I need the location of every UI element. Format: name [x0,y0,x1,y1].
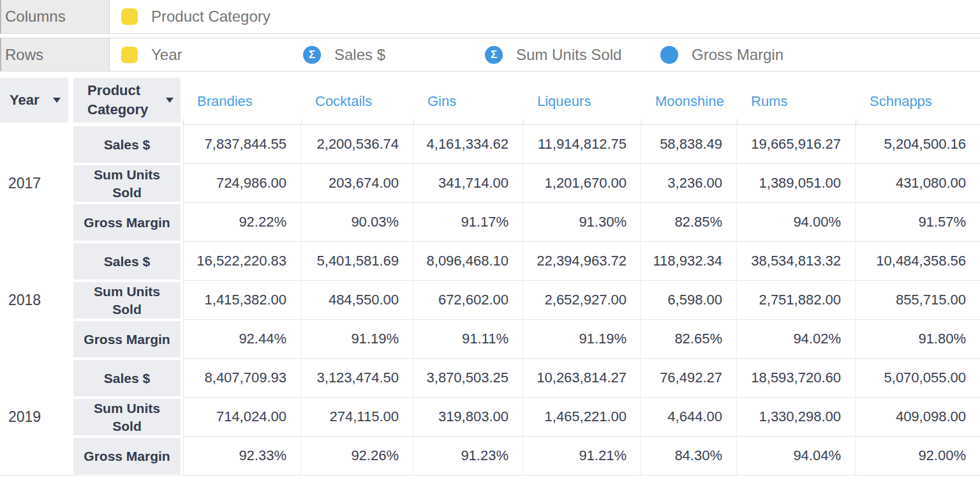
data-cell[interactable]: 10,484,358.56 [856,242,980,281]
data-cell[interactable]: 91.19% [301,320,413,359]
measure-row-header[interactable]: Sum Units Sold [72,164,183,203]
rows-shelf-pill[interactable]: Gross Margin [660,38,783,71]
measure-row-header[interactable]: Gross Margin [72,437,183,476]
data-cell[interactable]: 1,465,221.00 [523,398,641,437]
data-cell[interactable]: 3,123,474.50 [301,359,413,398]
data-cell[interactable]: 16,522,220.83 [183,242,301,281]
category-column-header[interactable]: Gins [413,78,523,125]
measure-row-header[interactable]: Sales $ [72,359,183,398]
measure-row-header[interactable]: Sum Units Sold [72,281,183,320]
data-cell[interactable]: 274,115.00 [301,398,413,437]
data-cell[interactable]: 58,838.49 [641,125,737,164]
measure-row-header[interactable]: Sales $ [72,242,183,281]
measure-row-header-chip[interactable]: Sum Units Sold [73,399,181,435]
data-cell[interactable]: 92.00% [856,437,980,476]
data-cell[interactable]: 92.33% [183,437,301,476]
measure-row-header-chip[interactable]: Gross Margin [73,321,181,357]
year-column-header[interactable]: Year [0,78,72,125]
data-cell[interactable]: 91.57% [856,203,980,242]
category-column-header[interactable]: Schnapps [856,78,980,125]
data-cell[interactable]: 91.21% [523,437,641,476]
data-cell[interactable]: 91.30% [523,203,641,242]
data-cell[interactable]: 7,837,844.55 [183,125,301,164]
measure-row-header[interactable]: Gross Margin [72,203,183,242]
data-cell[interactable]: 5,204,500.16 [856,125,980,164]
data-cell[interactable]: 4,161,334.62 [413,125,523,164]
data-cell[interactable]: 92.44% [183,320,301,359]
data-cell[interactable]: 5,070,055.00 [856,359,980,398]
data-cell[interactable]: 91.19% [523,320,641,359]
measure-row-header[interactable]: Sales $ [72,125,183,164]
data-cell[interactable]: 92.22% [183,203,301,242]
measure-row-header[interactable]: Sum Units Sold [72,398,183,437]
measure-row-header-chip[interactable]: Sales $ [73,126,181,163]
data-cell[interactable]: 94.00% [737,203,856,242]
data-cell[interactable]: 91.11% [413,320,523,359]
data-cell[interactable]: 6,598.00 [641,281,737,320]
product-category-column-header[interactable]: Product Category [72,78,183,125]
data-cell[interactable]: 484,550.00 [301,281,413,320]
data-cell[interactable]: 90.03% [301,203,413,242]
data-cell[interactable]: 10,263,814.27 [523,359,641,398]
measure-row-header-chip[interactable]: Gross Margin [73,204,181,241]
data-cell[interactable]: 3,236.00 [641,164,737,203]
product-category-column-header-chip[interactable]: Product Category [73,78,181,123]
data-cell[interactable]: 84.30% [641,437,737,476]
data-cell[interactable]: 82.85% [641,203,737,242]
category-column-header[interactable]: Liqueurs [523,78,641,125]
columns-shelf-pill[interactable]: Product Category [121,0,271,33]
data-cell[interactable]: 76,492.27 [641,359,737,398]
data-cell[interactable]: 91.17% [413,203,523,242]
data-cell[interactable]: 94.04% [737,437,856,476]
measure-row-header-chip[interactable]: Sales $ [73,243,181,280]
data-cell[interactable]: 19,665,916.27 [737,125,856,164]
data-cell[interactable]: 319,803.00 [413,398,523,437]
year-column-header-chip[interactable]: Year [0,78,68,123]
data-cell[interactable]: 18,593,720.60 [737,359,856,398]
data-cell[interactable]: 118,932.34 [641,242,737,281]
data-cell[interactable]: 1,415,382.00 [183,281,301,320]
data-cell[interactable]: 11,914,812.75 [523,125,641,164]
rows-shelf-pill[interactable]: ΣSales $ [303,38,385,71]
category-column-header[interactable]: Brandies [183,78,301,125]
data-cell[interactable]: 94.02% [737,320,856,359]
measure-row-header-chip[interactable]: Sum Units Sold [73,165,181,202]
data-cell[interactable]: 22,394,963.72 [523,242,641,281]
data-cell[interactable]: 431,080.00 [856,164,980,203]
data-cell[interactable]: 92.26% [301,437,413,476]
data-cell[interactable]: 855,715.00 [856,281,980,320]
category-column-header[interactable]: Moonshine [641,78,737,125]
category-column-header[interactable]: Rums [737,78,856,125]
measure-row-header[interactable]: Gross Margin [72,320,183,359]
data-cell[interactable]: 4,644.00 [641,398,737,437]
sort-menu-arrow-icon[interactable] [53,98,61,103]
data-cell[interactable]: 38,534,813.32 [737,242,856,281]
category-column-header[interactable]: Cocktails [301,78,413,125]
sort-menu-arrow-icon[interactable] [166,98,174,103]
data-cell[interactable]: 672,602.00 [413,281,523,320]
data-cell[interactable]: 82.65% [641,320,737,359]
data-cell[interactable]: 2,751,882.00 [737,281,856,320]
data-cell[interactable]: 724,986.00 [183,164,301,203]
measure-row-header-chip[interactable]: Sales $ [73,360,181,396]
data-cell[interactable]: 1,201,670.00 [523,164,641,203]
measure-row-header-chip[interactable]: Gross Margin [73,438,181,474]
data-cell[interactable]: 714,024.00 [183,398,301,437]
year-row-header[interactable]: 2019 [0,359,72,476]
data-cell[interactable]: 91.23% [413,437,523,476]
data-cell[interactable]: 91.80% [856,320,980,359]
data-cell[interactable]: 3,870,503.25 [413,359,523,398]
data-cell[interactable]: 203,674.00 [301,164,413,203]
data-cell[interactable]: 5,401,581.69 [301,242,413,281]
data-cell[interactable]: 1,389,051.00 [737,164,856,203]
year-row-header[interactable]: 2017 [0,125,72,242]
data-cell[interactable]: 8,096,468.10 [413,242,523,281]
data-cell[interactable]: 1,330,298.00 [737,398,856,437]
rows-shelf-pill[interactable]: ΣSum Units Sold [485,38,621,71]
data-cell[interactable]: 2,652,927.00 [523,281,641,320]
measure-row-header-chip[interactable]: Sum Units Sold [73,282,181,318]
data-cell[interactable]: 409,098.00 [856,398,980,437]
year-row-header[interactable]: 2018 [0,242,72,359]
data-cell[interactable]: 8,407,709.93 [183,359,301,398]
rows-shelf-pill[interactable]: Year [121,38,182,71]
